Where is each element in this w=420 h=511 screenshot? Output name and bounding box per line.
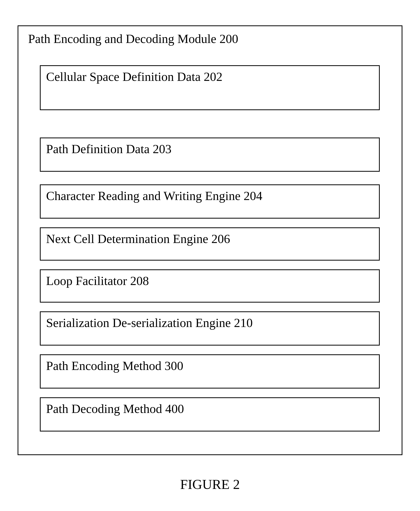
component-cellular-space-definition: Cellular Space Definition Data 202 xyxy=(40,65,380,110)
component-label: Cellular Space Definition Data 202 xyxy=(46,69,223,84)
component-path-definition: Path Definition Data 203 xyxy=(40,137,380,172)
module-container: Path Encoding and Decoding Module 200 Ce… xyxy=(18,25,402,455)
component-loop-facilitator: Loop Facilitator 208 xyxy=(40,269,380,303)
component-label: Path Encoding Method 300 xyxy=(46,359,183,373)
component-label: Loop Facilitator 208 xyxy=(46,274,149,288)
component-label: Serialization De-serialization Engine 21… xyxy=(46,316,253,330)
figure-caption: FIGURE 2 xyxy=(0,477,420,492)
component-path-decoding-method: Path Decoding Method 400 xyxy=(40,397,380,431)
component-next-cell-engine: Next Cell Determination Engine 206 xyxy=(40,227,380,261)
component-label: Next Cell Determination Engine 206 xyxy=(46,232,230,246)
component-path-encoding-method: Path Encoding Method 300 xyxy=(40,354,380,389)
component-serialization-engine: Serialization De-serialization Engine 21… xyxy=(40,311,380,346)
component-label: Path Definition Data 203 xyxy=(46,142,172,156)
component-character-rw-engine: Character Reading and Writing Engine 204 xyxy=(40,184,380,218)
component-label: Path Decoding Method 400 xyxy=(46,402,184,416)
module-title: Path Encoding and Decoding Module 200 xyxy=(18,32,402,46)
component-label: Character Reading and Writing Engine 204 xyxy=(46,189,262,203)
